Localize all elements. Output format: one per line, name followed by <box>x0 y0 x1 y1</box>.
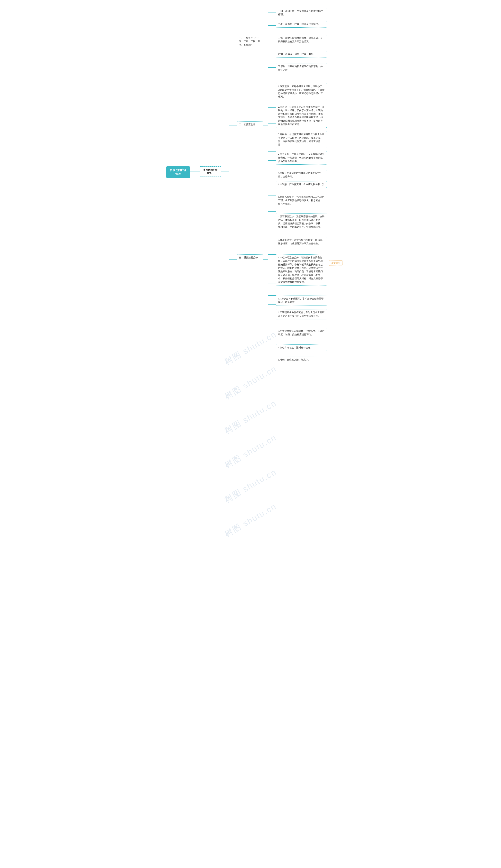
s3c6-node: 1.ICU护士与麻醉医师、手术室护士交班是否详尽、符合要求。 <box>276 296 327 306</box>
s2c5-node: 5.血糖：严重创伤时机体出现严重的应激反应，血糖升高。 <box>276 170 327 180</box>
s3c9-node: 4.评估疼痛程度，适时进行止痛。 <box>276 344 327 351</box>
section3-node: 三、重要脏器监护 <box>237 255 263 261</box>
section2-node: 二、实验室监测 <box>237 121 263 128</box>
mindmap-canvas: 多发伤的护理常规 多发伤的护理常规： 一、一般监护："一问、二看、三摸、四测、五… <box>164 6 337 358</box>
s2c2-node: 2.血常规：在休克早期未进行液体复苏时，虽丢失大量红细胞，但由于血液浓缩，红细胞… <box>276 104 327 128</box>
s3c4-node: 4.中枢神经系统监护：颅脑损伤者病情变化快，因此严密的病情观察是关系到患者生与死… <box>276 255 327 286</box>
l1-node: 多发伤的护理常规： <box>200 167 221 177</box>
s2c4-node: 4.血气分析：严重多发伤时，大多存在酸碱平衡紊乱。一般来说，休克时的酸碱平衡紊乱… <box>276 151 327 164</box>
s1c5-node: 五穿刺：对疑有胸腹伤者应行胸腹穿刺，并做好记录。 <box>276 63 327 73</box>
s3c8-node: 3.严密观察病人末梢循环、皮肤温度、肢体活动度，对病人损伤程度进行评估。 <box>276 328 327 338</box>
s3c7-node: 2.严密观察生命体征变化，及时发现各重要脏器有无严重的复合伤，尽早预防和处理。 <box>276 309 327 319</box>
root-node: 多发伤的护理常规 <box>166 167 190 178</box>
section1-node: 一、一般监护："一问、二看、三摸、四测、五穿刺" <box>237 35 263 48</box>
s1c1-node: 一问：询问伤情、受伤部位及伤后做过何种处理。 <box>276 8 327 18</box>
watermark-text-2: 树图 shutu.cn <box>223 363 278 364</box>
s3c10-node: 5.准确、合理输入胶体和晶体。 <box>276 357 327 363</box>
s3c2-node: 2.循环系统监护：注意观察患者的意识、皮肤色泽、体温和尿量，以判断领域循环的状况… <box>276 213 327 231</box>
s3c3-node: 3.肾功能监护：监护指标包括尿量、尿比重、尿渗透压、内生肌酐清除率及生化检验。 <box>276 237 327 247</box>
s1c3-node: 三摸：感觉皮肤温度和湿度、腹部压痛、反跳痛及四肢有无异常活动情况。 <box>276 35 327 45</box>
s3c1-node: 1.呼吸系统监护：包括临床观察和人工气道的管理。临床观察包括呼吸变化、神志变化、… <box>276 194 327 207</box>
page-wrapper: 树图 shutu.cn 树图 shutu.cn 树图 shutu.cn 树图 s… <box>162 0 339 364</box>
s1c4-node: 四测：测体温、脉搏、呼吸、血压。 <box>276 51 327 57</box>
s2c6-node: 6.血乳酸：严重休克时，血中的乳酸水平上升 <box>276 181 327 188</box>
s2c1-node: 1.尿液监测：应每小时测量尿量，尿量小于30ml/h提示肾灌注不足。如血压稳定、… <box>276 83 327 100</box>
s1c2-node: 二看：看面色、呼吸、瞳孔及伤部情况。 <box>276 21 327 28</box>
s2c3-node: 3.电解质：创伤休克时血清电解质往往发生显著变化，一方面使内环境素乱，加重休克。… <box>276 131 327 148</box>
quality-badge: 质量标准 <box>329 260 342 266</box>
